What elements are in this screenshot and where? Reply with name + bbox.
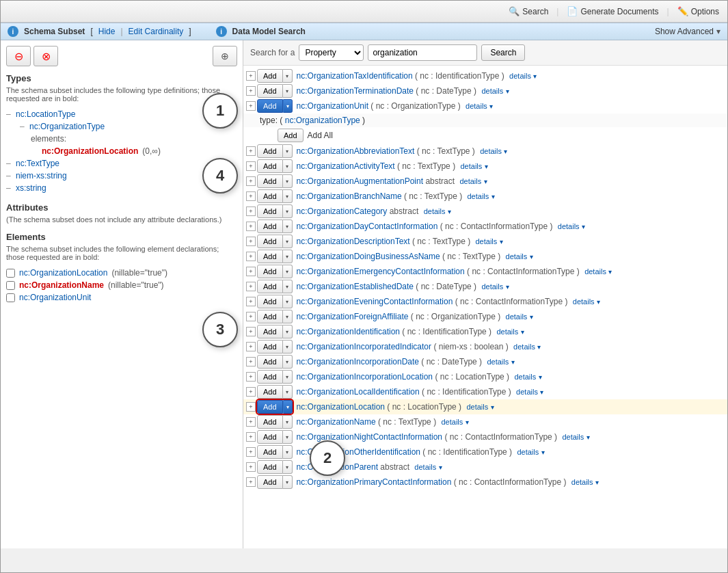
- add-foreign-dropdown[interactable]: ▾: [283, 310, 293, 323]
- add-primary-contact-button[interactable]: Add: [257, 475, 283, 489]
- expand-incorporation-date[interactable]: +: [246, 357, 256, 367]
- add-local-id-button[interactable]: Add: [257, 385, 283, 399]
- add-parent-button[interactable]: Add: [257, 460, 283, 474]
- add-category-dropdown[interactable]: ▾: [283, 204, 293, 218]
- result-doing-business-link[interactable]: nc:OrganizationDoingBusinessAsName: [297, 252, 440, 261]
- result-activity-link[interactable]: nc:OrganizationActivityText: [297, 161, 395, 171]
- delete-all-button[interactable]: ⊗: [33, 46, 58, 66]
- result-abbrev-link[interactable]: nc:OrganizationAbbreviationText: [297, 146, 415, 156]
- result-day-contact-link[interactable]: nc:OrganizationDayContactInformation: [297, 222, 438, 231]
- result-org-unit-link[interactable]: nc:OrganizationUnit: [297, 101, 368, 111]
- add-identification-dropdown[interactable]: ▾: [283, 325, 293, 338]
- add-tax-id-dropdown[interactable]: ▾: [283, 69, 293, 83]
- generate-documents-button[interactable]: 📄 Generate Documents: [567, 6, 658, 16]
- expand-category[interactable]: +: [246, 206, 256, 216]
- result-local-id-link[interactable]: nc:OrganizationLocalIdentification: [297, 387, 420, 397]
- add-other-id-dropdown[interactable]: ▾: [283, 445, 293, 459]
- add-abbrev-dropdown[interactable]: ▾: [283, 144, 293, 158]
- expand-org-location[interactable]: +: [246, 402, 256, 412]
- result-parent-link[interactable]: nc:OrganizationParent: [297, 462, 378, 472]
- add-primary-contact-dropdown[interactable]: ▾: [283, 475, 293, 489]
- expand-termination-date[interactable]: +: [246, 86, 256, 96]
- result-incorporation-date-link[interactable]: nc:OrganizationIncorporationDate: [297, 357, 419, 367]
- property-select[interactable]: Property Type Namespace: [299, 44, 364, 61]
- add-parent-dropdown[interactable]: ▾: [283, 460, 293, 474]
- result-abbrev-details[interactable]: details: [480, 147, 502, 155]
- expand-parent[interactable]: +: [246, 462, 256, 472]
- result-primary-contact-link[interactable]: nc:OrganizationPrimaryContactInformation: [297, 477, 452, 487]
- add-termination-dropdown[interactable]: ▾: [283, 84, 293, 98]
- add-description-dropdown[interactable]: ▾: [283, 235, 293, 248]
- add-evening-dropdown[interactable]: ▾: [283, 295, 293, 308]
- result-augmentation-link[interactable]: nc:OrganizationAugmentationPoint: [297, 176, 423, 186]
- nc-text-type-link[interactable]: nc:TextType: [16, 159, 59, 168]
- result-identification-link[interactable]: nc:OrganizationIdentification: [297, 327, 400, 336]
- search-top-button[interactable]: 🔍 Search: [509, 6, 548, 16]
- result-established-link[interactable]: nc:OrganizationEstablishedDate: [297, 282, 414, 291]
- xs-string-link[interactable]: xs:string: [16, 183, 46, 193]
- add-night-contact-dropdown[interactable]: ▾: [283, 430, 293, 444]
- add-description-button[interactable]: Add: [257, 235, 283, 248]
- add-foreign-button[interactable]: Add: [257, 310, 283, 323]
- result-org-name-details[interactable]: details: [441, 418, 463, 426]
- result-branch-link[interactable]: nc:OrganizationBranchName: [297, 191, 402, 201]
- add-emergency-button[interactable]: Add: [257, 265, 283, 278]
- result-foreign-details[interactable]: details: [506, 312, 528, 321]
- add-incorporation-date-button[interactable]: Add: [257, 355, 283, 369]
- add-termination-button[interactable]: Add: [257, 84, 283, 98]
- add-button-inline[interactable]: Add: [278, 129, 304, 142]
- result-night-contact-details[interactable]: details: [562, 433, 584, 441]
- expand-identification[interactable]: +: [246, 327, 256, 336]
- nc-organization-location-link[interactable]: nc:OrganizationLocation: [42, 146, 138, 156]
- result-incorporation-date-details[interactable]: details: [487, 358, 509, 366]
- expand-day-contact[interactable]: +: [246, 222, 256, 231]
- elem-org-unit-link[interactable]: nc:OrganizationUnit: [19, 293, 91, 302]
- expand-org-type[interactable]: –: [20, 122, 28, 131]
- expand-local-id[interactable]: +: [246, 387, 256, 397]
- result-foreign-link[interactable]: nc:OrganizationForeignAffiliate: [297, 312, 409, 321]
- expand-niem-xs-string[interactable]: –: [6, 171, 14, 181]
- add-incorporation-location-dropdown[interactable]: ▾: [283, 370, 293, 384]
- add-tax-id-button[interactable]: Add: [257, 69, 283, 83]
- add-abbrev-button[interactable]: Add: [257, 144, 283, 158]
- add-doing-business-dropdown[interactable]: ▾: [283, 250, 293, 263]
- result-activity-details[interactable]: details: [460, 162, 482, 170]
- expand-location-type[interactable]: –: [6, 109, 14, 119]
- expand-xs-string[interactable]: –: [6, 183, 14, 193]
- add-other-id-button[interactable]: Add: [257, 445, 283, 459]
- add-org-location-dropdown[interactable]: ▾: [283, 400, 293, 414]
- expand-tax-id[interactable]: +: [246, 71, 256, 81]
- nc-location-type-link[interactable]: nc:LocationType: [16, 109, 75, 119]
- elem-org-name-link[interactable]: nc:OrganizationName: [19, 280, 104, 290]
- result-description-details[interactable]: details: [475, 237, 497, 245]
- elem-org-name-checkbox[interactable]: [6, 281, 15, 290]
- result-tax-id-details[interactable]: details: [509, 72, 531, 80]
- expand-org-name[interactable]: +: [246, 417, 256, 427]
- expand-established[interactable]: +: [246, 282, 256, 291]
- add-incorporated-indicator-button[interactable]: Add: [257, 340, 283, 354]
- add-doing-business-button[interactable]: Add: [257, 250, 283, 263]
- result-org-unit-details[interactable]: details: [466, 102, 487, 110]
- result-other-id-details[interactable]: details: [517, 448, 539, 456]
- result-day-contact-details[interactable]: details: [558, 222, 580, 230]
- result-category-details[interactable]: details: [424, 207, 446, 215]
- hide-link[interactable]: Hide: [98, 27, 116, 36]
- result-incorporation-location-details[interactable]: details: [514, 373, 536, 381]
- expand-evening[interactable]: +: [246, 297, 256, 306]
- result-local-id-details[interactable]: details: [516, 388, 538, 396]
- result-emergency-details[interactable]: details: [584, 267, 606, 276]
- result-org-name-link[interactable]: nc:OrganizationName: [297, 417, 376, 427]
- add-org-name-button[interactable]: Add: [257, 415, 283, 429]
- expand-incorporation-location[interactable]: +: [246, 372, 256, 382]
- expand-foreign[interactable]: +: [246, 312, 256, 321]
- expand-doing-business[interactable]: +: [246, 252, 256, 261]
- expand-other-id[interactable]: +: [246, 447, 256, 457]
- expand-activity[interactable]: +: [246, 161, 256, 171]
- result-description-link[interactable]: nc:OrganizationDescriptionText: [297, 237, 410, 246]
- add-emergency-dropdown[interactable]: ▾: [283, 265, 293, 278]
- add-augmentation-button[interactable]: Add: [257, 174, 283, 188]
- add-incorporation-location-button[interactable]: Add: [257, 370, 283, 384]
- result-incorporated-indicator-details[interactable]: details: [513, 343, 535, 351]
- expand-text-type[interactable]: –: [6, 159, 14, 168]
- search-input[interactable]: [368, 44, 477, 61]
